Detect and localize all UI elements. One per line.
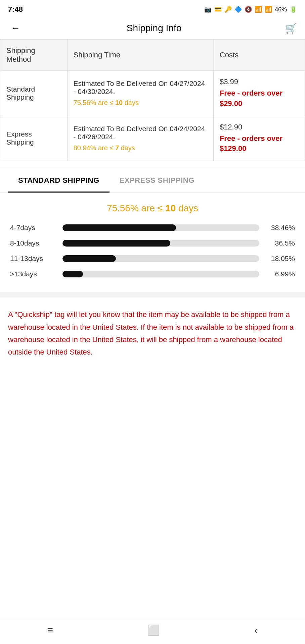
quickship-note: A "Quickship" tag will let you know that… [0,298,305,372]
battery-icon: 🔋 [290,6,297,13]
bottom-nav: ≡ ⬜ ‹ [0,618,305,644]
menu-icon[interactable]: ≡ [47,625,53,636]
col-header-time: Shipping Time [67,40,213,71]
table-row: Standard Shipping Estimated To Be Delive… [0,71,305,116]
bar-row: 4-7days 38.46% [10,224,295,232]
back-button[interactable]: ← [8,21,23,35]
bar-track [62,240,259,247]
bar-row: 8-10days 36.5% [10,239,295,247]
method-standard: Standard Shipping [0,71,68,116]
cost-standard: $3.99 Free - orders over $29.00 [213,71,305,116]
key-icon: 🔑 [224,6,232,13]
signal-icon: 📶 [265,6,272,13]
bar-pct: 6.99% [265,270,295,278]
shipping-table: Shipping Method Shipping Time Costs Stan… [0,39,305,161]
delivery-text-standard: Estimated To Be Delivered On 04/27/2024 … [74,79,207,96]
table-row: Express Shipping Estimated To Be Deliver… [0,116,305,161]
table-header-row: Shipping Method Shipping Time Costs [0,40,305,71]
bluetooth-icon: 🔷 [234,6,242,13]
cost-express: $12.90 Free - orders over $129.00 [213,116,305,161]
cost-free-standard: Free - orders over $29.00 [220,89,282,108]
bar-row: 11-13days 18.05% [10,255,295,263]
time-standard: Estimated To Be Delivered On 04/27/2024 … [67,71,213,116]
bars-container: 4-7days 38.46% 8-10days 36.5% 11-13days … [10,224,295,278]
bar-fill [62,224,176,231]
tabs-section: STANDARD SHIPPING EXPRESS SHIPPING 75.56… [0,168,305,292]
status-icons: 📷 💳 🔑 🔷 🔇 📶 📶 46% 🔋 [204,6,297,13]
mute-icon: 🔇 [245,6,252,13]
section-divider [0,292,305,298]
bar-pct: 18.05% [265,255,295,263]
bar-track [62,271,259,277]
tabs-header: STANDARD SHIPPING EXPRESS SHIPPING [0,168,305,193]
top-nav: ← Shipping Info 🛒 [0,17,305,39]
sim-icon: 💳 [214,6,222,13]
stats-headline: 75.56% are ≤ 10 days [10,203,295,214]
tab-standard-shipping[interactable]: STANDARD SHIPPING [8,168,110,193]
camera-icon: 📷 [204,6,212,13]
status-bar: 7:48 📷 💳 🔑 🔷 🔇 📶 📶 46% 🔋 [0,0,305,17]
wifi-icon: 📶 [255,6,262,13]
quickship-text: A "Quickship" tag will let you know that… [8,308,297,359]
cart-icon[interactable]: 🛒 [285,23,297,34]
back-nav-icon[interactable]: ‹ [254,625,258,636]
battery-text: 46% [275,6,287,13]
col-header-method: Shipping Method [0,40,68,71]
page-title: Shipping Info [127,23,181,34]
delivery-text-express: Estimated To Be Delivered On 04/24/2024 … [74,125,207,141]
bar-label: >13days [10,270,57,278]
stats-section: 75.56% are ≤ 10 days 4-7days 38.46% 8-10… [0,193,305,292]
time-express: Estimated To Be Delivered On 04/24/2024 … [67,116,213,161]
cost-price-express: $12.90 [220,123,299,131]
cost-free-express: Free - orders over $129.00 [220,134,282,153]
status-time: 7:48 [8,5,23,14]
cost-price-standard: $3.99 [220,77,299,86]
home-icon[interactable]: ⬜ [147,624,160,636]
col-header-costs: Costs [213,40,305,71]
bar-row: >13days 6.99% [10,270,295,278]
tab-express-shipping[interactable]: EXPRESS SHIPPING [110,168,205,193]
bar-track [62,255,259,262]
bar-label: 11-13days [10,255,57,263]
pct-standard: 75.56% are ≤ 10 days [74,99,207,107]
bar-fill [62,255,116,262]
bar-pct: 38.46% [265,224,295,232]
pct-express: 80.94% are ≤ 7 days [74,144,207,152]
method-express: Express Shipping [0,116,68,161]
bar-label: 4-7days [10,224,57,232]
bar-fill [62,240,170,247]
bar-track [62,224,259,231]
bar-fill [62,271,83,277]
bar-pct: 36.5% [265,239,295,247]
bar-label: 8-10days [10,239,57,247]
